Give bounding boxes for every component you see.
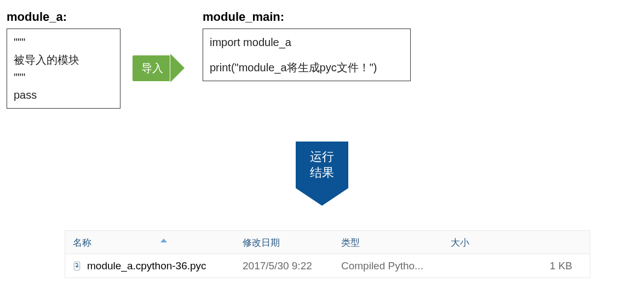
file-explorer-panel: 名称 修改日期 类型 大小 module_a.cpython-36.pyc 20… [65,230,590,278]
module-a-section: module_a: """ 被导入的模块 """ pass [7,10,120,109]
sort-ascending-icon [160,239,167,242]
file-header-row[interactable]: 名称 修改日期 类型 大小 [65,231,590,254]
svg-point-1 [76,264,76,264]
header-name[interactable]: 名称 [73,236,243,249]
result-banner-body: 运行 结果 [296,142,348,188]
result-line2: 结果 [300,165,344,181]
header-size[interactable]: 大小 [451,236,582,249]
import-arrow-head-icon [170,54,185,82]
result-banner: 运行 结果 [296,142,348,206]
file-name-text: module_a.cpython-36.pyc [87,260,206,272]
module-main-section: module_main: import module_a print("modu… [203,10,411,81]
header-type[interactable]: 类型 [341,236,451,249]
python-file-icon [73,261,83,271]
module-a-code-box: """ 被导入的模块 """ pass [7,29,120,109]
module-a-code: """ 被导入的模块 """ pass [14,33,113,104]
file-type-cell: Compiled Pytho... [341,260,451,272]
header-date[interactable]: 修改日期 [243,236,341,249]
module-main-title: module_main: [203,10,411,24]
module-a-title: module_a: [7,10,120,24]
result-banner-tail-icon [296,188,348,206]
import-arrow: 导入 [131,54,185,82]
header-name-label: 名称 [73,238,91,248]
file-row[interactable]: module_a.cpython-36.pyc 2017/5/30 9:22 C… [65,254,590,278]
module-main-code-line2: print("module_a将生成pyc文件！") [210,59,404,76]
file-date-cell: 2017/5/30 9:22 [243,260,341,272]
result-line1: 运行 [300,149,344,165]
import-arrow-label: 导入 [131,54,171,82]
module-main-code-box: import module_a print("module_a将生成pyc文件！… [203,29,411,81]
file-size-cell: 1 KB [451,260,582,272]
file-name-cell: module_a.cpython-36.pyc [73,260,243,272]
module-main-code-line1: import module_a [210,33,404,51]
